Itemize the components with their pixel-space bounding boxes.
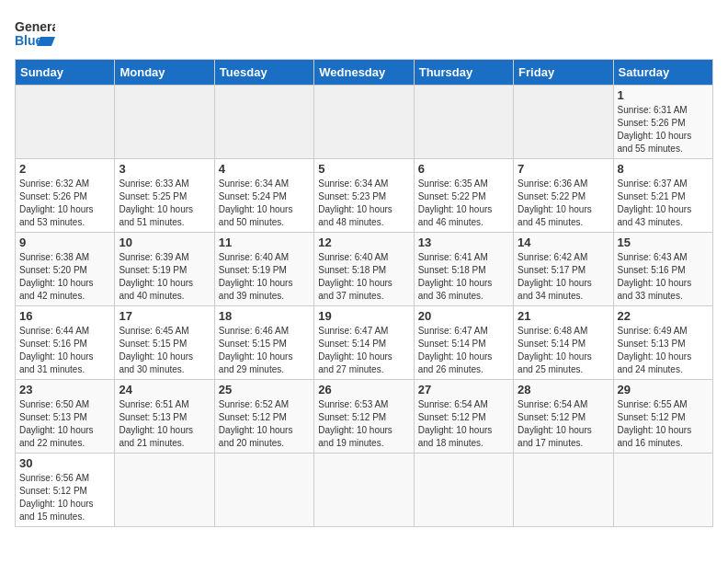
calendar-table: SundayMondayTuesdayWednesdayThursdayFrid…	[15, 59, 713, 527]
calendar-day-cell: 5Sunrise: 6:34 AM Sunset: 5:23 PM Daylig…	[314, 159, 414, 233]
day-info: Sunrise: 6:47 AM Sunset: 5:14 PM Dayligh…	[318, 325, 409, 376]
weekday-friday: Friday	[514, 60, 613, 86]
calendar-day-cell: 28Sunrise: 6:54 AM Sunset: 5:12 PM Dayli…	[514, 380, 613, 454]
calendar-day-cell: 22Sunrise: 6:49 AM Sunset: 5:13 PM Dayli…	[613, 306, 712, 380]
day-info: Sunrise: 6:48 AM Sunset: 5:14 PM Dayligh…	[518, 325, 609, 376]
day-info: Sunrise: 6:34 AM Sunset: 5:24 PM Dayligh…	[219, 178, 310, 229]
calendar-day-cell	[115, 86, 214, 159]
calendar-day-cell: 9Sunrise: 6:38 AM Sunset: 5:20 PM Daylig…	[16, 233, 115, 306]
day-number: 16	[19, 309, 110, 323]
day-number: 27	[418, 383, 509, 396]
calendar-day-cell: 13Sunrise: 6:41 AM Sunset: 5:18 PM Dayli…	[414, 233, 513, 306]
day-info: Sunrise: 6:31 AM Sunset: 5:26 PM Dayligh…	[618, 104, 709, 155]
day-number: 2	[19, 162, 110, 176]
day-number: 20	[418, 309, 509, 323]
day-info: Sunrise: 6:40 AM Sunset: 5:18 PM Dayligh…	[318, 251, 409, 303]
calendar-day-cell: 15Sunrise: 6:43 AM Sunset: 5:16 PM Dayli…	[613, 233, 712, 306]
calendar-week-3: 9Sunrise: 6:38 AM Sunset: 5:20 PM Daylig…	[16, 233, 713, 306]
weekday-sunday: Sunday	[16, 60, 115, 86]
calendar-day-cell: 29Sunrise: 6:55 AM Sunset: 5:12 PM Dayli…	[613, 380, 712, 454]
day-info: Sunrise: 6:42 AM Sunset: 5:17 PM Dayligh…	[518, 251, 609, 303]
day-info: Sunrise: 6:47 AM Sunset: 5:14 PM Dayligh…	[418, 325, 509, 376]
day-info: Sunrise: 6:33 AM Sunset: 5:25 PM Dayligh…	[119, 178, 210, 229]
calendar-week-6: 30Sunrise: 6:56 AM Sunset: 5:12 PM Dayli…	[16, 454, 713, 527]
day-number: 17	[119, 309, 210, 323]
day-info: Sunrise: 6:34 AM Sunset: 5:23 PM Dayligh…	[318, 178, 409, 229]
calendar-day-cell: 30Sunrise: 6:56 AM Sunset: 5:12 PM Dayli…	[16, 454, 115, 527]
day-info: Sunrise: 6:39 AM Sunset: 5:19 PM Dayligh…	[119, 251, 210, 303]
calendar-day-cell	[214, 86, 313, 159]
calendar-day-cell	[16, 86, 115, 159]
calendar-day-cell: 6Sunrise: 6:35 AM Sunset: 5:22 PM Daylig…	[414, 159, 513, 233]
logo-icon: General Blue	[15, 15, 55, 50]
calendar-day-cell	[414, 86, 513, 159]
calendar-day-cell	[214, 454, 313, 527]
calendar-day-cell	[115, 454, 214, 527]
day-number: 9	[19, 236, 110, 249]
day-info: Sunrise: 6:46 AM Sunset: 5:15 PM Dayligh…	[219, 325, 310, 376]
calendar-day-cell: 1Sunrise: 6:31 AM Sunset: 5:26 PM Daylig…	[613, 86, 712, 159]
day-info: Sunrise: 6:32 AM Sunset: 5:26 PM Dayligh…	[19, 178, 110, 229]
day-info: Sunrise: 6:45 AM Sunset: 5:15 PM Dayligh…	[119, 325, 210, 376]
day-info: Sunrise: 6:49 AM Sunset: 5:13 PM Dayligh…	[618, 325, 709, 376]
calendar-day-cell: 8Sunrise: 6:37 AM Sunset: 5:21 PM Daylig…	[613, 159, 712, 233]
day-number: 22	[618, 309, 709, 323]
day-info: Sunrise: 6:51 AM Sunset: 5:13 PM Dayligh…	[119, 398, 210, 450]
day-info: Sunrise: 6:54 AM Sunset: 5:12 PM Dayligh…	[518, 398, 609, 450]
day-number: 26	[318, 383, 409, 396]
calendar-day-cell: 7Sunrise: 6:36 AM Sunset: 5:22 PM Daylig…	[514, 159, 613, 233]
day-number: 21	[518, 309, 609, 323]
calendar-week-5: 23Sunrise: 6:50 AM Sunset: 5:13 PM Dayli…	[16, 380, 713, 454]
day-number: 19	[318, 309, 409, 323]
day-number: 15	[618, 236, 709, 249]
calendar-day-cell: 18Sunrise: 6:46 AM Sunset: 5:15 PM Dayli…	[214, 306, 313, 380]
calendar-day-cell	[514, 454, 613, 527]
day-info: Sunrise: 6:44 AM Sunset: 5:16 PM Dayligh…	[19, 325, 110, 376]
day-number: 5	[318, 162, 409, 176]
day-number: 24	[119, 383, 210, 396]
day-number: 23	[19, 383, 110, 396]
day-number: 18	[219, 309, 310, 323]
calendar-day-cell: 2Sunrise: 6:32 AM Sunset: 5:26 PM Daylig…	[16, 159, 115, 233]
day-number: 11	[219, 236, 310, 249]
svg-text:General: General	[15, 19, 55, 34]
calendar-week-2: 2Sunrise: 6:32 AM Sunset: 5:26 PM Daylig…	[16, 159, 713, 233]
calendar-day-cell: 27Sunrise: 6:54 AM Sunset: 5:12 PM Dayli…	[414, 380, 513, 454]
calendar-week-1: 1Sunrise: 6:31 AM Sunset: 5:26 PM Daylig…	[16, 86, 713, 159]
day-number: 7	[518, 162, 609, 176]
day-info: Sunrise: 6:37 AM Sunset: 5:21 PM Dayligh…	[618, 178, 709, 229]
calendar-day-cell: 11Sunrise: 6:40 AM Sunset: 5:19 PM Dayli…	[214, 233, 313, 306]
day-number: 6	[418, 162, 509, 176]
day-info: Sunrise: 6:56 AM Sunset: 5:12 PM Dayligh…	[19, 472, 110, 523]
day-info: Sunrise: 6:40 AM Sunset: 5:19 PM Dayligh…	[219, 251, 310, 303]
weekday-monday: Monday	[115, 60, 214, 86]
calendar-day-cell: 26Sunrise: 6:53 AM Sunset: 5:12 PM Dayli…	[314, 380, 414, 454]
calendar-day-cell: 12Sunrise: 6:40 AM Sunset: 5:18 PM Dayli…	[314, 233, 414, 306]
calendar-week-4: 16Sunrise: 6:44 AM Sunset: 5:16 PM Dayli…	[16, 306, 713, 380]
calendar-day-cell	[314, 454, 414, 527]
calendar-day-cell: 16Sunrise: 6:44 AM Sunset: 5:16 PM Dayli…	[16, 306, 115, 380]
weekday-header-row: SundayMondayTuesdayWednesdayThursdayFrid…	[16, 60, 713, 86]
logo: General Blue	[15, 15, 55, 50]
calendar-day-cell: 21Sunrise: 6:48 AM Sunset: 5:14 PM Dayli…	[514, 306, 613, 380]
day-number: 3	[119, 162, 210, 176]
calendar-day-cell	[314, 86, 414, 159]
calendar-day-cell: 17Sunrise: 6:45 AM Sunset: 5:15 PM Dayli…	[115, 306, 214, 380]
day-info: Sunrise: 6:36 AM Sunset: 5:22 PM Dayligh…	[518, 178, 609, 229]
day-number: 30	[19, 456, 110, 470]
calendar-day-cell	[414, 454, 513, 527]
day-number: 13	[418, 236, 509, 249]
day-number: 28	[518, 383, 609, 396]
day-number: 8	[618, 162, 709, 176]
calendar-day-cell: 14Sunrise: 6:42 AM Sunset: 5:17 PM Dayli…	[514, 233, 613, 306]
day-number: 10	[119, 236, 210, 249]
day-number: 12	[318, 236, 409, 249]
day-info: Sunrise: 6:43 AM Sunset: 5:16 PM Dayligh…	[618, 251, 709, 303]
calendar-day-cell: 10Sunrise: 6:39 AM Sunset: 5:19 PM Dayli…	[115, 233, 214, 306]
day-info: Sunrise: 6:53 AM Sunset: 5:12 PM Dayligh…	[318, 398, 409, 450]
day-number: 14	[518, 236, 609, 249]
calendar-day-cell: 20Sunrise: 6:47 AM Sunset: 5:14 PM Dayli…	[414, 306, 513, 380]
calendar-day-cell: 23Sunrise: 6:50 AM Sunset: 5:13 PM Dayli…	[16, 380, 115, 454]
weekday-tuesday: Tuesday	[214, 60, 313, 86]
calendar-day-cell: 3Sunrise: 6:33 AM Sunset: 5:25 PM Daylig…	[115, 159, 214, 233]
